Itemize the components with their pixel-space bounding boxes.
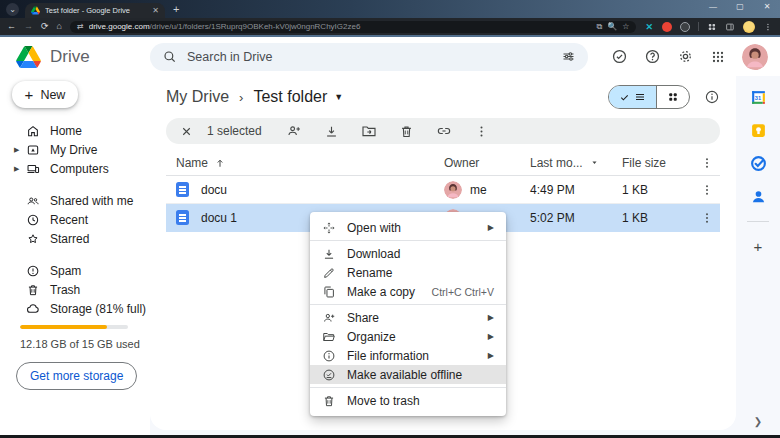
site-info-icon[interactable]: ⇄	[77, 23, 84, 31]
add-app-plus-icon[interactable]: +	[754, 238, 763, 255]
column-header-size[interactable]: File size	[622, 156, 666, 170]
browser-tab[interactable]: Test folder - Google Drive ✕	[25, 3, 165, 18]
browser-menu-icon[interactable]	[763, 22, 773, 32]
clear-selection-icon[interactable]	[180, 125, 193, 138]
google-apps-grid-icon[interactable]	[710, 49, 726, 65]
new-tab-button[interactable]: +	[173, 4, 179, 15]
move-to-folder-icon[interactable]	[361, 123, 377, 139]
extension-icon[interactable]	[680, 22, 690, 32]
menu-item-label: Rename	[347, 266, 494, 280]
translate-icon[interactable]: ⧉	[596, 23, 602, 31]
sidebar-item-spam[interactable]: Spam	[0, 261, 150, 280]
selection-count: 1 selected	[207, 124, 262, 138]
offline-status-icon[interactable]	[611, 48, 628, 65]
get-more-storage-button[interactable]: Get more storage	[16, 362, 137, 390]
list-view-button[interactable]	[609, 86, 656, 108]
window-close-button[interactable]: ✕	[762, 2, 772, 11]
search-placeholder: Search in Drive	[187, 50, 551, 64]
tab-search-button[interactable]: ⌄	[6, 3, 19, 16]
tasks-icon[interactable]	[750, 155, 767, 172]
grid-view-icon	[667, 91, 679, 103]
address-bar[interactable]: ⇄ drive.google.com/drive/u/1/folders/1SR…	[70, 21, 636, 33]
submenu-arrow-icon: ▶	[488, 351, 494, 360]
column-header-owner[interactable]: Owner	[444, 156, 479, 170]
side-panel-icon[interactable]	[725, 22, 735, 32]
window-maximize-button[interactable]: ▢	[735, 2, 745, 11]
account-avatar[interactable]	[742, 44, 768, 70]
extension-icon[interactable]	[662, 22, 672, 32]
sidebar-item-label: Starred	[50, 232, 89, 246]
toolbar-divider	[698, 22, 699, 31]
extension-icon[interactable]	[707, 22, 717, 32]
menu-item-rename[interactable]: Rename	[310, 263, 506, 282]
sort-ascending-icon[interactable]	[214, 157, 226, 169]
keep-icon[interactable]	[750, 122, 767, 139]
row-more-actions-icon[interactable]	[700, 183, 714, 197]
menu-item-open-with[interactable]: Open with▶	[310, 218, 506, 237]
row-more-actions-icon[interactable]	[700, 211, 714, 225]
details-info-icon[interactable]	[704, 89, 720, 105]
drive-logo[interactable]: Drive	[0, 46, 150, 68]
breadcrumb-my-drive[interactable]: My Drive	[166, 88, 229, 106]
zoom-icon[interactable]: 🔍	[607, 23, 617, 31]
help-icon[interactable]	[644, 48, 661, 65]
search-options-icon[interactable]	[561, 49, 576, 64]
window-minimize-button[interactable]: —	[708, 2, 718, 11]
sidebar-item-computers[interactable]: ▶Computers	[0, 159, 150, 178]
contacts-icon[interactable]	[750, 188, 767, 205]
drive-icon	[26, 143, 40, 157]
tab-close-icon[interactable]: ✕	[152, 7, 159, 15]
extension-icon[interactable]: ✕	[644, 22, 654, 32]
folder-dropdown-caret-icon[interactable]: ▼	[334, 92, 343, 102]
sidebar-item-home[interactable]: Home	[0, 121, 150, 140]
grid-view-button[interactable]	[656, 86, 689, 108]
download-icon[interactable]	[324, 124, 339, 139]
menu-item-move-to-trash[interactable]: Move to trash	[310, 391, 506, 410]
menu-item-file-information[interactable]: File information▶	[310, 346, 506, 365]
expand-arrow-icon[interactable]: ▶	[14, 165, 26, 173]
menu-item-share[interactable]: Share▶	[310, 308, 506, 327]
file-name: docu	[201, 183, 227, 197]
menu-item-download[interactable]: Download	[310, 244, 506, 263]
expand-arrow-icon[interactable]: ▶	[14, 146, 26, 154]
menu-item-make-available-offline[interactable]: Make available offline	[310, 365, 506, 384]
reload-icon[interactable]: ⟳	[41, 22, 49, 31]
calendar-icon[interactable]	[750, 89, 767, 106]
menu-item-label: Move to trash	[347, 394, 494, 408]
view-toggle	[608, 85, 690, 109]
column-settings-icon[interactable]	[700, 156, 714, 170]
sidebar-item-my-drive[interactable]: ▶My Drive	[0, 140, 150, 159]
back-icon[interactable]: ←	[7, 22, 16, 31]
home-icon[interactable]: ⌂	[57, 22, 62, 31]
search-input[interactable]: Search in Drive	[150, 43, 588, 71]
copy-link-icon[interactable]	[436, 123, 452, 139]
sidebar-item-label: Trash	[50, 283, 80, 297]
sidebar-item-starred[interactable]: Starred	[0, 229, 150, 248]
new-button[interactable]: + New	[12, 81, 78, 108]
more-actions-icon[interactable]	[474, 124, 489, 139]
sidebar-item-recent[interactable]: Recent	[0, 210, 150, 229]
bookmark-star-icon[interactable]: ☆	[622, 23, 629, 31]
menu-item-organize[interactable]: Organize▶	[310, 327, 506, 346]
hide-side-panel-icon[interactable]: ❯	[754, 416, 762, 427]
caret-down-icon	[589, 157, 600, 168]
sidebar-item-shared-with-me[interactable]: Shared with me	[0, 191, 150, 210]
modified-time: 5:02 PM	[530, 211, 622, 225]
app-title: Drive	[50, 47, 90, 67]
breadcrumb-current-folder[interactable]: Test folder	[253, 88, 327, 106]
forward-icon[interactable]: →	[24, 22, 33, 31]
google-doc-icon	[176, 182, 189, 197]
sidebar-item-trash[interactable]: Trash	[0, 280, 150, 299]
column-header-name[interactable]: Name	[176, 156, 208, 170]
submenu-arrow-icon: ▶	[488, 223, 494, 232]
context-menu: Open with▶DownloadRenameMake a copyCtrl+…	[310, 212, 506, 416]
trash-icon[interactable]	[399, 124, 414, 139]
settings-gear-icon[interactable]	[677, 48, 694, 65]
file-row[interactable]: docume4:49 PM1 KB	[166, 176, 720, 204]
url-text: drive.google.com/drive/u/1/folders/1SRup…	[89, 22, 592, 31]
browser-profile-avatar[interactable]	[743, 21, 755, 33]
sidebar-item-storage-81-full[interactable]: Storage (81% full)	[0, 299, 150, 318]
menu-item-make-a-copy[interactable]: Make a copyCtrl+C Ctrl+V	[310, 282, 506, 301]
column-header-modified[interactable]: Last mo...	[530, 156, 583, 170]
share-person-add-icon[interactable]	[286, 123, 302, 139]
